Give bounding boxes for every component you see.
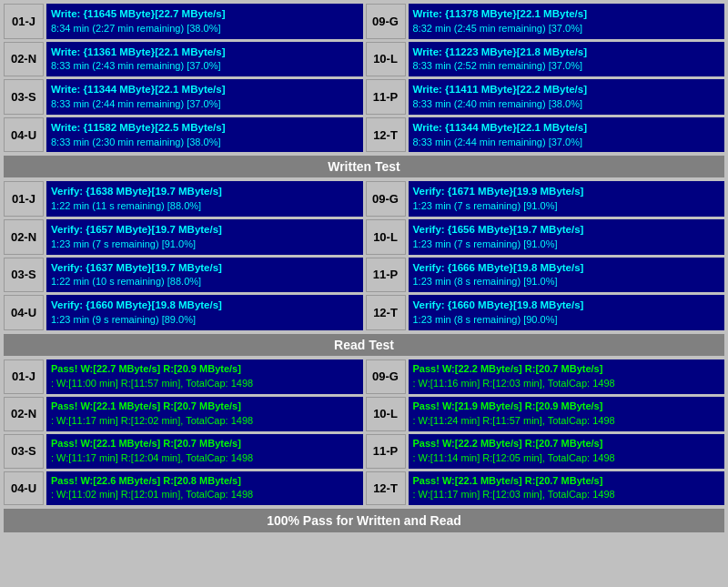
cell-left: Pass! W:[22.1 MByte/s] R:[20.7 MByte/s]:… [46, 397, 363, 431]
device-id-left: 04-U [4, 471, 44, 506]
cell-line1: Verify: {1637 MByte}[19.7 MByte/s] [51, 260, 359, 276]
device-id-right: 10-L [366, 397, 406, 431]
data-row: 04-UWrite: {11582 MByte}[22.5 MByte/s]8:… [4, 117, 724, 153]
cell-line1: Verify: {1660 MByte}[19.8 MByte/s] [413, 298, 721, 313]
device-id-left: 01-J [4, 4, 44, 39]
cell-line1: Verify: {1660 MByte}[19.8 MByte/s] [51, 298, 359, 313]
data-row: 02-NVerify: {1657 MByte}[19.7 MByte/s]1:… [4, 219, 724, 255]
cell-right: Write: {11411 MByte}[22.2 MByte/s]8:33 m… [409, 79, 725, 115]
cell-line1: Pass! W:[21.9 MByte/s] R:[20.9 MByte/s] [413, 400, 721, 414]
cell-left: Verify: {1657 MByte}[19.7 MByte/s]1:23 m… [46, 219, 363, 255]
cell-line2: 8:33 min (2:44 min remaining) [37.0%] [413, 136, 721, 150]
cell-line2: : W:[11:14 min] R:[12:05 min], TotalCap:… [413, 451, 721, 466]
cell-line1: Write: {11344 MByte}[22.1 MByte/s] [51, 82, 359, 97]
cell-left: Pass! W:[22.7 MByte/s] R:[20.9 MByte/s]:… [46, 359, 363, 394]
cell-line2: : W:[11:16 min] R:[12:03 min], TotalCap:… [413, 377, 721, 391]
cell-left: Verify: {1660 MByte}[19.8 MByte/s]1:23 m… [46, 295, 363, 330]
device-id-right: 09-G [366, 181, 406, 217]
device-id-left: 04-U [4, 117, 44, 153]
cell-line1: Pass! W:[22.7 MByte/s] R:[20.9 MByte/s] [51, 362, 359, 377]
bottom-status: 100% Pass for Written and Read [4, 509, 724, 532]
cell-line2: 1:23 min (9 s remaining) [89.0%] [51, 313, 359, 328]
cell-right: Write: {11378 MByte}[22.1 MByte/s]8:32 m… [409, 4, 725, 39]
device-id-left: 01-J [4, 359, 44, 394]
device-id-left: 04-U [4, 295, 44, 330]
device-id-left: 02-N [4, 397, 44, 431]
cell-left: Verify: {1637 MByte}[19.7 MByte/s]1:22 m… [46, 258, 363, 293]
data-row: 03-SWrite: {11344 MByte}[22.1 MByte/s]8:… [4, 79, 724, 115]
device-id-right: 10-L [366, 42, 406, 77]
cell-left: Write: {11582 MByte}[22.5 MByte/s]8:33 m… [46, 117, 363, 153]
cell-line1: Write: {11223 MByte}[21.8 MByte/s] [413, 45, 721, 60]
cell-line1: Verify: {1666 MByte}[19.8 MByte/s] [413, 260, 721, 276]
cell-line2: 1:23 min (7 s remaining) [91.0%] [413, 199, 721, 214]
cell-left: Verify: {1638 MByte}[19.7 MByte/s]1:22 m… [46, 181, 363, 217]
cell-line2: 1:22 min (10 s remaining) [88.0%] [51, 275, 359, 289]
cell-left: Pass! W:[22.1 MByte/s] R:[20.7 MByte/s]:… [46, 434, 363, 469]
device-id-left: 03-S [4, 79, 44, 115]
cell-line2: 8:33 min (2:40 min remaining) [38.0%] [413, 97, 721, 112]
cell-line2: : W:[11:00 min] R:[11:57 min], TotalCap:… [51, 377, 359, 391]
cell-right: Pass! W:[22.2 MByte/s] R:[20.7 MByte/s]:… [409, 434, 725, 469]
cell-line1: Pass! W:[22.2 MByte/s] R:[20.7 MByte/s] [413, 362, 721, 377]
data-row: 02-NPass! W:[22.1 MByte/s] R:[20.7 MByte… [4, 397, 724, 431]
main-container: 01-JWrite: {11645 MByte}[22.7 MByte/s]8:… [0, 0, 728, 536]
pass-section: 01-JPass! W:[22.7 MByte/s] R:[20.9 MByte… [4, 359, 724, 506]
data-row: 01-JVerify: {1638 MByte}[19.7 MByte/s]1:… [4, 181, 724, 217]
cell-left: Write: {11645 MByte}[22.7 MByte/s]8:34 m… [46, 4, 363, 39]
device-id-right: 12-T [366, 295, 406, 330]
cell-line1: Verify: {1671 MByte}[19.9 MByte/s] [413, 184, 721, 199]
cell-line1: Write: {11582 MByte}[22.5 MByte/s] [51, 120, 359, 136]
cell-left: Write: {11344 MByte}[22.1 MByte/s]8:33 m… [46, 79, 363, 115]
cell-line1: Verify: {1657 MByte}[19.7 MByte/s] [51, 222, 359, 238]
cell-line2: 1:23 min (7 s remaining) [91.0%] [413, 238, 721, 252]
cell-line2: 8:33 min (2:30 min remaining) [38.0%] [51, 136, 359, 150]
cell-line1: Write: {11344 MByte}[22.1 MByte/s] [413, 120, 721, 136]
cell-line2: 8:32 min (2:45 min remaining) [37.0%] [413, 22, 721, 36]
cell-line2: : W:[11:17 min] R:[12:04 min], TotalCap:… [51, 451, 359, 466]
device-id-left: 01-J [4, 181, 44, 217]
device-id-right: 09-G [366, 359, 406, 394]
data-row: 01-JWrite: {11645 MByte}[22.7 MByte/s]8:… [4, 4, 724, 39]
cell-line2: 1:23 min (8 s remaining) [90.0%] [413, 313, 721, 328]
cell-line1: Write: {11361 MByte}[22.1 MByte/s] [51, 45, 359, 60]
data-row: 04-UVerify: {1660 MByte}[19.8 MByte/s]1:… [4, 295, 724, 330]
device-id-right: 11-P [366, 79, 406, 115]
device-id-left: 02-N [4, 219, 44, 255]
cell-left: Pass! W:[22.6 MByte/s] R:[20.8 MByte/s]:… [46, 471, 363, 506]
cell-line2: 8:33 min (2:43 min remaining) [37.0%] [51, 59, 359, 74]
cell-line2: 8:34 min (2:27 min remaining) [38.0%] [51, 22, 359, 36]
cell-line2: 8:33 min (2:44 min remaining) [37.0%] [51, 97, 359, 112]
device-id-right: 12-T [366, 471, 406, 506]
cell-left: Write: {11361 MByte}[22.1 MByte/s]8:33 m… [46, 42, 363, 77]
device-id-left: 03-S [4, 258, 44, 293]
verify-section: 01-JVerify: {1638 MByte}[19.7 MByte/s]1:… [4, 181, 724, 355]
pass-rows: 01-JPass! W:[22.7 MByte/s] R:[20.9 MByte… [4, 359, 724, 506]
cell-right: Pass! W:[21.9 MByte/s] R:[20.9 MByte/s]:… [409, 397, 725, 431]
device-id-right: 11-P [366, 434, 406, 469]
cell-line1: Pass! W:[22.6 MByte/s] R:[20.8 MByte/s] [51, 474, 359, 489]
cell-line2: : W:[11:24 min] R:[11:57 min], TotalCap:… [413, 414, 721, 429]
write-section: 01-JWrite: {11645 MByte}[22.7 MByte/s]8:… [4, 4, 724, 177]
device-id-left: 03-S [4, 434, 44, 469]
device-id-right: 11-P [366, 258, 406, 293]
cell-line2: 1:23 min (7 s remaining) [91.0%] [51, 238, 359, 252]
cell-right: Write: {11223 MByte}[21.8 MByte/s]8:33 m… [409, 42, 725, 77]
cell-line1: Write: {11411 MByte}[22.2 MByte/s] [413, 82, 721, 97]
cell-line1: Verify: {1656 MByte}[19.7 MByte/s] [413, 222, 721, 238]
cell-line1: Write: {11378 MByte}[22.1 MByte/s] [413, 6, 721, 22]
data-row: 04-UPass! W:[22.6 MByte/s] R:[20.8 MByte… [4, 471, 724, 506]
cell-right: Verify: {1666 MByte}[19.8 MByte/s]1:23 m… [409, 258, 725, 293]
cell-right: Verify: {1660 MByte}[19.8 MByte/s]1:23 m… [409, 295, 725, 330]
cell-line1: Pass! W:[22.1 MByte/s] R:[20.7 MByte/s] [51, 400, 359, 414]
data-row: 03-SPass! W:[22.1 MByte/s] R:[20.7 MByte… [4, 434, 724, 469]
cell-right: Verify: {1656 MByte}[19.7 MByte/s]1:23 m… [409, 219, 725, 255]
cell-line1: Pass! W:[22.2 MByte/s] R:[20.7 MByte/s] [413, 437, 721, 451]
data-row: 01-JPass! W:[22.7 MByte/s] R:[20.9 MByte… [4, 359, 724, 394]
cell-line2: : W:[11:02 min] R:[12:01 min], TotalCap:… [51, 488, 359, 502]
write-rows: 01-JWrite: {11645 MByte}[22.7 MByte/s]8:… [4, 4, 724, 152]
cell-right: Pass! W:[22.2 MByte/s] R:[20.7 MByte/s]:… [409, 359, 725, 394]
cell-line1: Pass! W:[22.1 MByte/s] R:[20.7 MByte/s] [413, 474, 721, 489]
cell-line2: 8:33 min (2:52 min remaining) [37.0%] [413, 59, 721, 74]
cell-right: Write: {11344 MByte}[22.1 MByte/s]8:33 m… [409, 117, 725, 153]
